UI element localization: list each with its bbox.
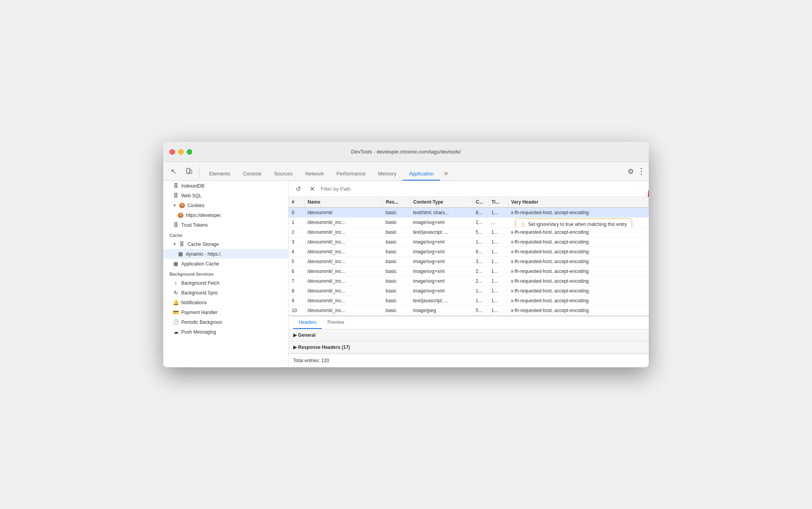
table-row[interactable]: 3/devsummit/_inc...basicimage/svg+xml1..…	[289, 237, 649, 247]
table-row[interactable]: 8/devsummit/_inc...basicimage/svg+xml1..…	[289, 286, 649, 296]
cell-ti: 1...	[488, 267, 508, 276]
minimize-button[interactable]	[178, 149, 184, 155]
cell-num: 4	[289, 247, 304, 257]
cell-c: 1...	[473, 286, 488, 296]
cell-c: 8...	[473, 208, 488, 218]
cell-vary: x-fh-requested-host, accept-encoding	[508, 227, 649, 237]
cell-num: 9	[289, 296, 304, 306]
tab-elements[interactable]: Elements	[203, 168, 236, 180]
table-row[interactable]: 7/devsummit/_inc...basicimage/svg+xml2..…	[289, 276, 649, 286]
sidebar-item-label: Background Fetch	[181, 280, 219, 286]
settings-icon[interactable]: ⚙	[628, 167, 634, 176]
clear-button[interactable]: ✕	[307, 183, 318, 194]
sidebar-item-trust-tokens[interactable]: 🗄 Trust Tokens	[163, 220, 288, 230]
table-row[interactable]: 1/devsummit/_inc...basicimage/svg+xml2..…	[289, 218, 649, 227]
tab-performance[interactable]: Performance	[330, 168, 372, 180]
cell-name: /devsummit/_inc...	[304, 306, 383, 316]
cell-ti: ...	[488, 218, 508, 227]
titlebar: DevTools - developer.chrome.com/tags/dev…	[163, 142, 649, 162]
filter-bar: ↺ ✕	[289, 181, 649, 197]
col-header-ct: Content-Type	[410, 197, 473, 208]
table-row[interactable]: 4/devsummit/_inc...basicimage/svg+xml6..…	[289, 247, 649, 257]
cell-vary: x-fh-requested-host, accept-encoding	[508, 208, 649, 218]
cell-num: 10	[289, 306, 304, 316]
refresh-button[interactable]: ↺	[292, 183, 303, 194]
sidebar-item-bg-sync[interactable]: ↻ Background Sync	[163, 288, 288, 298]
cell-ct: image/svg+xml	[410, 257, 473, 267]
table-row[interactable]: 6/devsummit/_inc...basicimage/svg+xml2..…	[289, 267, 649, 276]
sidebar-item-label: IndexedDB	[181, 183, 204, 189]
table-row[interactable]: 2/devsummit/_inc...basictext/javascript;…	[289, 227, 649, 237]
cell-num: 6	[289, 267, 304, 276]
push-msg-icon: ☁	[173, 329, 179, 335]
tab-memory[interactable]: Memory	[372, 168, 403, 180]
cell-ti: 1...	[488, 208, 508, 218]
sidebar-item-label: Background Sync	[181, 290, 218, 296]
table-row[interactable]: 10/devsummit/_inc...basicimage/jpeg5...1…	[289, 306, 649, 316]
more-menu-icon[interactable]: ⋮	[637, 166, 646, 177]
cell-c: 2...	[473, 267, 488, 276]
cell-c: 1...	[473, 296, 488, 306]
indexeddb-icon: 🗄	[173, 183, 179, 189]
general-section-header[interactable]: ▶ General	[289, 329, 649, 341]
sidebar-item-notifications[interactable]: 🔔 Notifications	[163, 298, 288, 307]
table-row[interactable]: 0/devsummit/basictext/html; chars...8...…	[289, 208, 649, 218]
cell-c: 6...	[473, 247, 488, 257]
tab-application[interactable]: Application	[403, 168, 440, 180]
close-button[interactable]	[170, 149, 175, 155]
sidebar-item-payment-handler[interactable]: 💳 Payment Handler	[163, 307, 288, 317]
response-headers-section-header[interactable]: ▶ Response Headers (17)	[289, 341, 649, 354]
tab-sources[interactable]: Sources	[268, 168, 299, 180]
cell-vary: x-fh-requested-host, accept-encoding	[508, 306, 649, 316]
expand-arrow-icon: ▼	[173, 242, 177, 246]
cell-ct: image/svg+xml	[410, 267, 473, 276]
cell-num: 7	[289, 276, 304, 286]
sidebar-item-cookies-url[interactable]: 🍪 https://developer.	[163, 210, 288, 220]
table-row[interactable]: 5/devsummit/_inc...basicimage/svg+xml3..…	[289, 257, 649, 267]
sidebar-item-websql[interactable]: 🗄 Web SQL	[163, 191, 288, 200]
cell-ti: 1...	[488, 286, 508, 296]
cell-name: /devsummit/_inc...	[304, 286, 383, 296]
cell-c: 3...	[473, 257, 488, 267]
bg-sync-icon: ↻	[173, 290, 179, 296]
cell-ct: image/svg+xml	[410, 237, 473, 247]
device-toggle-button[interactable]	[182, 164, 196, 179]
cell-vary: x-fh-requested-host, accept-encoding	[508, 247, 649, 257]
tab-network[interactable]: Network	[299, 168, 330, 180]
sidebar-item-bg-fetch[interactable]: ↕ Background Fetch	[163, 278, 288, 288]
sidebar-item-label: Web SQL	[181, 193, 202, 199]
sidebar-item-cache-storage[interactable]: ▼ 🗄 Cache Storage	[163, 239, 288, 249]
cell-res: basic	[383, 306, 410, 316]
tab-headers[interactable]: Headers	[293, 316, 322, 329]
maximize-button[interactable]	[187, 149, 192, 155]
cell-name: /devsummit/_inc...	[304, 276, 383, 286]
sidebar-item-label: https://developer.	[186, 213, 222, 218]
bottom-panel: Headers Preview ▶ General ▶ Response Hea…	[289, 316, 649, 367]
cell-ti: 1...	[488, 276, 508, 286]
cursor-tool-button[interactable]: ↖	[166, 164, 180, 179]
sidebar-item-push-messaging[interactable]: ☁ Push Messaging	[163, 327, 288, 337]
cell-ct: image/jpeg	[410, 306, 473, 316]
tab-preview[interactable]: Preview	[322, 316, 350, 329]
tab-console[interactable]: Console	[236, 168, 268, 180]
cell-vary: x-fh-requested-host, accept-encoding	[508, 237, 649, 247]
cell-ct: image/svg+xml	[410, 247, 473, 257]
cell-num: 1	[289, 218, 304, 227]
table-row[interactable]: 9/devsummit/_inc...basictext/javascript;…	[289, 296, 649, 306]
sidebar-item-label: Payment Handler	[181, 310, 218, 315]
cell-ct: text/html; chars...	[410, 208, 473, 218]
sidebar-item-cookies[interactable]: ▼ 🍪 Cookies	[163, 200, 288, 210]
sidebar-item-dynamic[interactable]: ▦ dynamic - https:/.	[163, 249, 288, 259]
cell-ti: 1...	[488, 257, 508, 267]
sidebar-item-indexeddb[interactable]: 🗄 IndexedDB	[163, 181, 288, 191]
filter-input[interactable]	[321, 186, 642, 192]
notifications-icon: 🔔	[173, 300, 179, 305]
sidebar-item-app-cache[interactable]: ▦ Application Cache	[163, 259, 288, 269]
cache-storage-icon: 🗄	[179, 241, 185, 247]
dynamic-cache-icon: ▦	[177, 251, 184, 257]
sidebar-item-periodic-bg[interactable]: 🕐 Periodic Backgroun	[163, 317, 288, 327]
tab-more-button[interactable]: »	[440, 166, 452, 180]
cell-c: 5...	[473, 306, 488, 316]
table-header-row: # Name Res... Content-Type C... Ti... Va…	[289, 197, 649, 208]
table-body: 0/devsummit/basictext/html; chars...8...…	[289, 208, 649, 316]
